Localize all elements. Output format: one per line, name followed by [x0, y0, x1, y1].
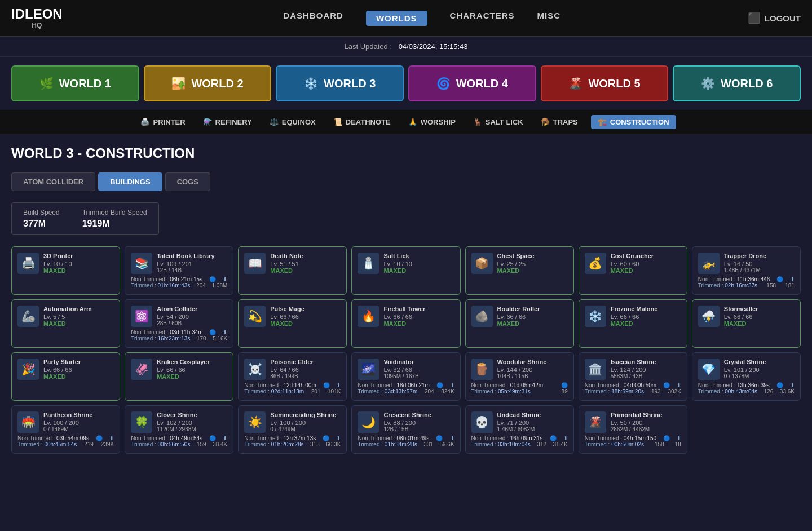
nav-worlds[interactable]: WORLDS: [366, 11, 427, 26]
subnav-saltlick[interactable]: 🦌 SALT LICK: [469, 115, 528, 129]
building-maxed-label: MAXED: [157, 373, 210, 380]
tab-buildings[interactable]: BUILDINGS: [98, 172, 162, 191]
logout-button[interactable]: ⬛ LOGOUT: [748, 12, 801, 24]
tab-atom-collider[interactable]: ATOM COLLIDER: [11, 172, 95, 191]
building-timers: Non-Trimmed : 04h:15m:150 🔵 ⬆ Trimmed : …: [585, 435, 681, 448]
building-level: Lv. 66 / 66: [383, 313, 425, 320]
world-tab-3[interactable]: ❄️ WORLD 3: [276, 65, 404, 101]
worship-icon: 🙏: [408, 118, 417, 126]
building-name: Pulse Mage: [270, 306, 304, 312]
subnav-refinery[interactable]: ⚗️ REFINERY: [198, 115, 257, 129]
building-card: 🪵 Woodular Shrine Lv. 144 / 200 104B / 1…: [465, 352, 574, 401]
building-name: Party Starter: [43, 359, 81, 365]
building-maxed-label: MAXED: [43, 373, 81, 380]
world-tab-2[interactable]: 🏜️ WORLD 2: [144, 65, 272, 101]
building-maxed-label: MAXED: [270, 320, 304, 327]
building-timers: Non-Trimmed : 03h:54m:09s 🔵 ⬆ Trimmed : …: [17, 435, 114, 448]
subnav-traps[interactable]: 🪤 TRAPS: [536, 115, 582, 129]
world-tabs: 🌿 WORLD 1 🏜️ WORLD 2 ❄️ WORLD 3 🌀 WORLD …: [0, 57, 812, 110]
building-level: Lv. 124 / 200: [611, 366, 656, 373]
building-timers: Non-Trimmed : 08h:01m:49s 🔵 ⬆ Trimmed : …: [358, 435, 454, 448]
building-name: Kraken Cosplayer: [157, 359, 210, 365]
building-card: 🌌 Voidinator Lv. 32 / 66 1095M / 167B No…: [351, 352, 460, 401]
logo: IDLEON HQ: [11, 7, 63, 29]
building-maxed-label: MAXED: [383, 320, 425, 327]
building-icon: 🦑: [131, 359, 152, 380]
subnav-printer[interactable]: 🖨️ PRINTER: [136, 115, 189, 129]
building-name: Frozone Malone: [611, 306, 658, 312]
building-icon: ❄️: [585, 306, 606, 327]
building-level: Lv. 32 / 66: [383, 366, 418, 373]
building-name: Trapper Drone: [724, 253, 766, 259]
building-maxed-label: MAXED: [724, 320, 758, 327]
building-name: Fireball Tower: [383, 306, 425, 312]
tab-cogs[interactable]: COGS: [165, 172, 210, 191]
logout-icon: ⬛: [748, 12, 760, 24]
world-tab-5[interactable]: 🌋 WORLD 5: [541, 65, 669, 101]
building-timers: Non-Trimmed : 12d:14h:00m 🔵 ⬆ Trimmed : …: [244, 382, 341, 395]
building-name: Woodular Shrine: [497, 359, 547, 365]
building-icon: 🦾: [17, 306, 39, 327]
printer-icon: 🖨️: [140, 118, 149, 126]
build-speed-label: Build Speed: [23, 209, 60, 216]
building-icon: ☀️: [244, 411, 266, 433]
building-xp: 5583M / 43B: [611, 373, 656, 379]
building-card: ☠️ Poisonic Elder Lv. 64 / 66 86B / 199B…: [238, 352, 347, 401]
building-card: 🌙 Crescent Shrine Lv. 88 / 200 12B / 15B…: [351, 405, 460, 454]
subnav-construction[interactable]: 🏗️ CONSTRUCTION: [591, 115, 676, 129]
building-level: Lv. 50 / 200: [611, 419, 663, 426]
building-icon: 🏟️: [17, 411, 39, 433]
building-timers: Non-Trimmed : 18d:06h:21m 🔵 ⬆ Trimmed : …: [358, 382, 454, 395]
subnav-equinox[interactable]: ⚖️ EQUINOX: [265, 115, 320, 129]
building-xp: 28B / 60B: [157, 320, 197, 326]
building-icon: 📖: [244, 253, 266, 274]
nav-characters[interactable]: CHARACTERS: [450, 11, 515, 26]
building-icon: 🔥: [358, 306, 379, 327]
building-xp: 0 / 4749M: [270, 426, 336, 432]
building-level: Lv. 25 / 25: [497, 260, 535, 267]
world-tab-1[interactable]: 🌿 WORLD 1: [11, 65, 139, 101]
building-timers: Non-Trimmed : 04d:00h:50m 🔵 ⬆ Trimmed : …: [585, 382, 681, 395]
building-icon: ⛈️: [698, 306, 720, 327]
page-title: WORLD 3 - CONSTRUCTION: [11, 145, 801, 161]
building-level: Lv. 66 / 66: [270, 313, 304, 320]
building-card: 🏟️ Pantheon Shrine Lv. 100 / 200 0 / 146…: [11, 405, 120, 454]
nav-dashboard[interactable]: DASHBOARD: [283, 11, 343, 26]
subnav-worship[interactable]: 🙏 WORSHIP: [404, 115, 460, 129]
building-level: Lv. 66 / 66: [611, 313, 658, 320]
building-card: 🔥 Fireball Tower Lv. 66 / 66 MAXED: [351, 299, 460, 348]
sub-nav: 🖨️ PRINTER ⚗️ REFINERY ⚖️ EQUINOX 📜 DEAT…: [0, 110, 812, 134]
building-timers: Non-Trimmed : 13h:36m:39s 🔵 ⬆ Trimmed : …: [698, 382, 795, 395]
building-level: Lv. 10 / 10: [43, 260, 73, 267]
building-maxed-label: MAXED: [611, 320, 658, 327]
building-level: Lv. 16 / 50: [724, 260, 766, 267]
building-maxed-label: MAXED: [43, 320, 92, 327]
building-level: Lv. 10 / 10: [383, 260, 412, 267]
building-level: Lv. 66 / 66: [157, 366, 210, 373]
building-level: Lv. 100 / 200: [43, 419, 92, 426]
build-speed-box: Build Speed 377M Trimmed Build Speed 191…: [11, 202, 159, 235]
building-card: 📚 Talent Book Library Lv. 109 / 201 12B …: [125, 246, 233, 295]
subnav-deathnote[interactable]: 📜 DEATHNOTE: [329, 115, 395, 129]
building-name: Primordial Shrine: [611, 411, 663, 418]
trimmed-speed-label: Trimmed Build Speed: [82, 209, 147, 216]
building-xp: 1.46M / 6082M: [497, 426, 541, 432]
building-name: Voidinator: [383, 359, 418, 365]
refinery-icon: ⚗️: [203, 118, 212, 126]
building-level: Lv. 66 / 66: [43, 366, 81, 373]
building-timers: Non-Trimmed : 11h:36m:446 🔵 ⬆ Trimmed : …: [698, 276, 795, 289]
building-icon: 🧂: [358, 253, 379, 274]
building-level: Lv. 66 / 66: [497, 313, 540, 320]
building-name: Crystal Shrine: [724, 359, 766, 365]
building-name: Isaccian Shrine: [611, 359, 656, 365]
building-icon: ☠️: [244, 359, 266, 380]
world-tab-6[interactable]: ⚙️ WORLD 6: [673, 65, 801, 101]
building-maxed-label: MAXED: [497, 267, 535, 274]
building-name: Automation Arm: [43, 306, 92, 312]
nav-misc[interactable]: MISC: [537, 11, 561, 26]
building-icon: 💫: [244, 306, 266, 327]
building-maxed-label: MAXED: [611, 267, 654, 274]
building-card: ⛈️ Stormcaller Lv. 66 / 66 MAXED: [692, 299, 801, 348]
building-card: 🪨 Boulder Roller Lv. 66 / 66 MAXED: [465, 299, 574, 348]
world-tab-4[interactable]: 🌀 WORLD 4: [408, 65, 536, 101]
